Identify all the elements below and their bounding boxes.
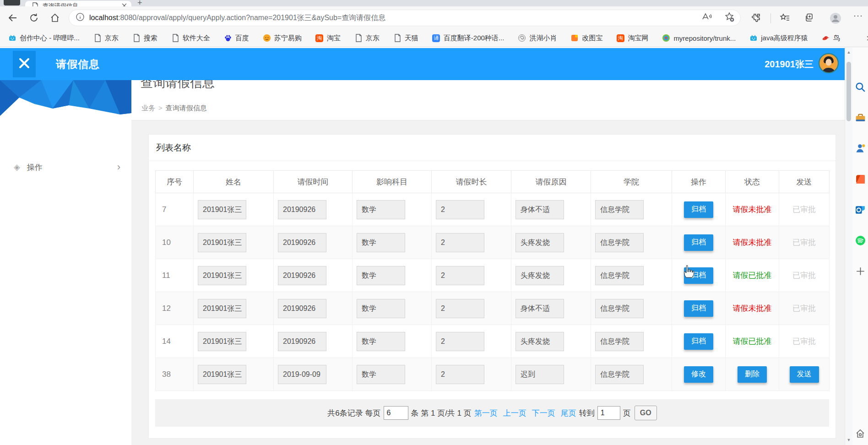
cell-duration: 2 (432, 325, 511, 358)
tab-close-icon[interactable] (122, 2, 127, 6)
bookmark-item[interactable]: 苏宁易购 (263, 34, 302, 43)
bookmark-item[interactable]: 软件大全 (171, 34, 210, 43)
profile-avatar[interactable] (830, 12, 841, 23)
taobao-icon: 淘 (616, 34, 624, 42)
cell-name: 201901张三 (194, 325, 274, 358)
bookmark-item[interactable]: 洪湖小肖 (518, 34, 557, 43)
repo-bullseye-icon (662, 34, 670, 42)
bookmark-item[interactable]: 百度 (224, 34, 249, 43)
bookmark-item[interactable]: 搜索 (132, 34, 157, 43)
add-icon[interactable] (854, 265, 866, 277)
site-info-icon[interactable] (76, 12, 85, 23)
send-status-text: 已审批 (792, 238, 816, 247)
close-x-icon (18, 57, 31, 71)
page-scrollbar[interactable]: ▲ ▼ (845, 47, 852, 445)
page-title: 查询请假信息 (141, 80, 215, 91)
bookmark-item[interactable]: 鸟 (822, 34, 840, 43)
bookmark-item[interactable]: 淘淘宝网 (616, 34, 648, 43)
collections-icon[interactable] (804, 12, 815, 23)
bookmark-item[interactable]: 创作中心 - 哔哩哔... (8, 34, 80, 43)
cell-college-box: 信息学院 (595, 332, 644, 351)
archive-button[interactable]: 归档 (684, 201, 713, 218)
cell-time-box: 20190926 (278, 200, 326, 219)
cell-subject: 数学 (353, 325, 432, 358)
favorites-icon[interactable] (779, 12, 790, 23)
cell-send: 已审批 (779, 325, 830, 358)
address-bar[interactable]: localhost:8080/approval/apply/queryApply… (69, 10, 741, 26)
browser-tab[interactable]: 查询请假信息 (25, 1, 131, 6)
pagination-link[interactable]: 下一页 (532, 409, 555, 418)
browser-menu-ellipsis-icon[interactable]: ··· (853, 11, 864, 22)
archive-button[interactable]: 归档 (684, 333, 713, 350)
spotify-icon[interactable] (854, 234, 866, 246)
table-row: 10201901张三20190926数学2头疼发烧信息学院归档请假未批准已审批 (156, 226, 830, 259)
header-user[interactable]: 201901张三 (765, 48, 839, 80)
goto-page-input[interactable] (597, 406, 620, 420)
bookmark-item[interactable]: 京东 (93, 34, 119, 43)
table-header-row: 序号姓名请假时间影响科目请假时长请假原因学院操作状态发送 (156, 171, 830, 193)
pagination-link[interactable]: 第一页 (474, 409, 498, 418)
bookmark-label: 京东 (105, 34, 119, 43)
bookmark-label: myrepository/trunk... (673, 34, 736, 42)
cell-time: 20190926 (274, 193, 353, 226)
bookmark-item[interactable]: java高级程序猿 (749, 34, 808, 43)
read-aloud-icon[interactable] (701, 11, 712, 24)
column-header: 请假时长 (432, 171, 511, 193)
gem-icon: ◈ (14, 162, 20, 172)
window-corner-button[interactable] (4, 0, 20, 5)
table-row: 11201901张三20190926数学2头疼发烧信息学院归档请假已批准已审批 (156, 259, 830, 292)
cell-reason-box: 身体不适 (515, 299, 564, 318)
office-icon[interactable] (854, 173, 866, 185)
reload-icon[interactable] (28, 12, 39, 23)
home-settings-icon[interactable] (854, 428, 866, 440)
archive-button[interactable]: 归档 (684, 234, 713, 251)
bookmark-item[interactable]: 译百度翻译-200种语... (432, 34, 505, 43)
cell-college-box: 信息学院 (595, 299, 644, 318)
scroll-down-icon[interactable]: ▼ (845, 438, 852, 442)
bookmark-item[interactable]: 天猫 (393, 34, 418, 43)
outlook-icon[interactable] (854, 204, 866, 216)
bookmark-item[interactable]: 京东 (354, 34, 380, 43)
delete-button[interactable]: 删除 (738, 366, 767, 383)
cell-time: 20190926 (274, 292, 353, 325)
send-status-text: 已审批 (792, 337, 816, 346)
cell-time-box: 20190926 (278, 332, 326, 351)
archive-button[interactable]: 归档 (684, 300, 713, 317)
games-icon[interactable] (854, 142, 866, 154)
go-button[interactable]: GO (635, 406, 657, 420)
pagination-link[interactable]: 上一页 (503, 409, 526, 418)
bookmark-label: java高级程序猿 (761, 34, 808, 43)
bookmark-item[interactable]: 改图宝 (570, 34, 602, 43)
send-status-text: 已审批 (792, 205, 816, 214)
back-icon[interactable] (7, 12, 18, 23)
extensions-puzzle-icon[interactable] (750, 12, 761, 23)
per-page-input[interactable] (384, 406, 408, 420)
gaitubao-icon (570, 34, 579, 42)
cell-college: 信息学院 (591, 292, 672, 325)
send-status-text: 已审批 (792, 304, 816, 313)
cell-time: 2019-09-09 (274, 358, 353, 391)
user-avatar[interactable] (818, 53, 839, 76)
cell-college: 信息学院 (591, 325, 672, 358)
url-host: localhost (89, 14, 118, 22)
breadcrumb-root[interactable]: 业务 (141, 104, 155, 112)
home-icon[interactable] (49, 12, 60, 23)
toolbox-icon[interactable] (854, 112, 866, 124)
scroll-up-icon[interactable]: ▲ (845, 50, 852, 54)
close-menu-button[interactable] (13, 51, 36, 77)
pagination-link[interactable]: 尾页 (561, 409, 576, 418)
add-favorite-icon[interactable] (724, 11, 735, 24)
sidebar-item-operations[interactable]: ◈ 操作 › (0, 156, 131, 179)
scrollbar-thumb[interactable] (846, 62, 851, 121)
column-header: 影响科目 (353, 171, 432, 193)
column-header: 状态 (726, 171, 779, 193)
search-icon[interactable] (854, 81, 866, 93)
bookmark-item[interactable]: myrepository/trunk... (662, 34, 736, 42)
new-tab-button[interactable]: + (137, 0, 142, 6)
bookmark-item[interactable]: 淘淘宝 (315, 34, 341, 43)
taobao-icon: 淘 (315, 34, 324, 42)
cell-send: 已审批 (779, 292, 830, 325)
bookmark-label: 软件大全 (183, 34, 210, 43)
modify-button[interactable]: 修改 (684, 366, 713, 383)
send-button[interactable]: 发送 (790, 366, 819, 383)
